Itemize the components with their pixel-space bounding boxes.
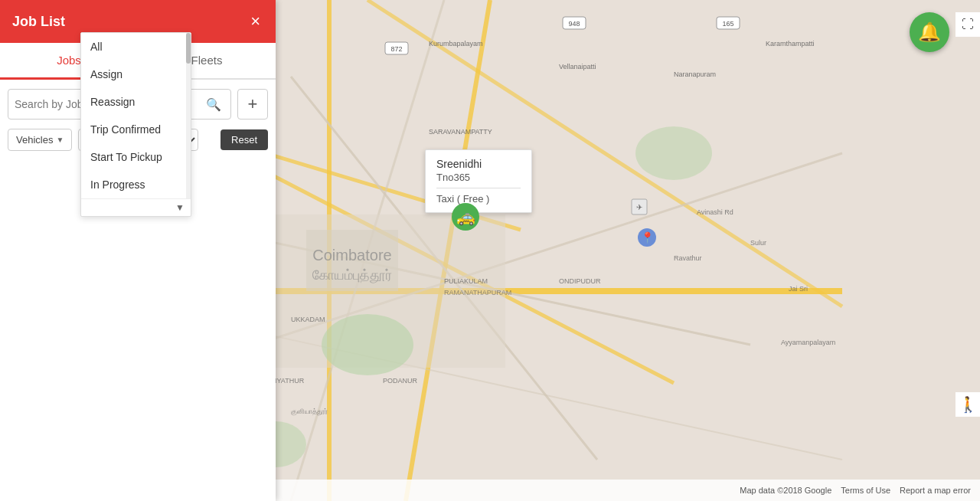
svg-point-16 bbox=[635, 126, 712, 180]
dropdown-bottom: ▼ bbox=[81, 198, 191, 216]
search-button[interactable]: 🔍 bbox=[203, 94, 224, 115]
notification-button[interactable]: 🔔 bbox=[910, 12, 949, 52]
svg-text:PULIAKULAM: PULIAKULAM bbox=[444, 277, 488, 285]
sidebar-title: Job List bbox=[12, 14, 65, 30]
reset-button[interactable]: Reset bbox=[220, 129, 268, 150]
search-icon: 🔍 bbox=[206, 98, 221, 111]
tooltip-divider bbox=[436, 188, 521, 188]
dropdown-item-in-progress[interactable]: In Progress bbox=[81, 171, 191, 198]
svg-text:165: 165 bbox=[722, 20, 733, 28]
dropdown-item-all[interactable]: All bbox=[81, 33, 191, 61]
scrollbar-thumb bbox=[186, 33, 191, 64]
fullscreen-icon: ⛶ bbox=[962, 18, 974, 31]
fullscreen-button[interactable]: ⛶ bbox=[956, 12, 980, 37]
svg-text:Coimbatore: Coimbatore bbox=[312, 247, 391, 264]
scrollbar[interactable] bbox=[186, 33, 191, 198]
map-bottom-bar: Map data ©2018 Google Terms of Use Repor… bbox=[276, 480, 980, 501]
add-icon: + bbox=[248, 94, 258, 114]
taxi-marker: 🚕 bbox=[452, 203, 479, 231]
dropdown-item-start-to-pickup[interactable]: Start To Pickup bbox=[81, 143, 191, 171]
bell-icon: 🔔 bbox=[918, 21, 941, 43]
svg-text:UKKADAM: UKKADAM bbox=[291, 316, 325, 323]
svg-text:Sulur: Sulur bbox=[750, 239, 766, 247]
svg-text:Ravathur: Ravathur bbox=[674, 254, 702, 262]
svg-text:Karamthampatti: Karamthampatti bbox=[766, 40, 815, 47]
add-job-button[interactable]: + bbox=[237, 89, 268, 120]
svg-text:Vellanaipatti: Vellanaipatti bbox=[559, 63, 596, 70]
terms-link[interactable]: Terms of Use bbox=[841, 486, 890, 495]
close-button[interactable]: × bbox=[247, 10, 263, 33]
dropdown-item-assign[interactable]: Assign bbox=[81, 61, 191, 88]
map-data-label: Map data ©2018 Google bbox=[740, 486, 831, 495]
svg-text:குனியாத்தூர்: குனியாத்தூர் bbox=[291, 408, 328, 416]
sidebar: Job List × Jobs Fleets 🔍 + Vehicles ▼ Tr… bbox=[0, 0, 276, 501]
svg-text:கோயம்புத்தூர்: கோயம்புத்தூர் bbox=[312, 267, 392, 283]
svg-text:PODANUR: PODANUR bbox=[383, 377, 418, 385]
dropdown-item-reassign[interactable]: Reassign bbox=[81, 88, 191, 116]
svg-text:RAMANATHAPURAM: RAMANATHAPURAM bbox=[444, 289, 511, 296]
report-link[interactable]: Report a map error bbox=[900, 486, 971, 495]
tooltip-driver-id: Tno365 bbox=[436, 172, 521, 183]
vehicles-filter-button[interactable]: Vehicles ▼ bbox=[8, 129, 72, 151]
expand-arrow-icon[interactable]: ▼ bbox=[175, 202, 185, 213]
svg-text:948: 948 bbox=[568, 20, 580, 28]
map-tooltip: Sreenidhi Tno365 Taxi ( Free ) bbox=[425, 149, 532, 213]
street-view-button[interactable]: 🚶 bbox=[956, 392, 980, 417]
svg-point-14 bbox=[322, 314, 413, 375]
svg-text:Avinashi Rd: Avinashi Rd bbox=[697, 208, 733, 216]
tooltip-status: Taxi ( Free ) bbox=[436, 193, 521, 205]
vehicles-arrow-icon: ▼ bbox=[56, 136, 64, 144]
svg-text:872: 872 bbox=[390, 45, 402, 53]
vehicles-label: Vehicles bbox=[16, 134, 53, 146]
street-view-icon: 🚶 bbox=[959, 395, 978, 414]
svg-text:Jai Sri: Jai Sri bbox=[789, 285, 808, 293]
svg-text:SARAVANAMPATTY: SARAVANAMPATTY bbox=[429, 128, 492, 136]
svg-text:Kurumbapalayam: Kurumbapalayam bbox=[429, 40, 483, 47]
svg-text:✈: ✈ bbox=[636, 203, 642, 211]
dropdown-scroll: All Assign Reassign Trip Confirmed Start… bbox=[81, 33, 191, 198]
svg-text:Naranapuram: Naranapuram bbox=[674, 70, 716, 78]
svg-text:📍: 📍 bbox=[641, 231, 655, 244]
tooltip-driver-name: Sreenidhi bbox=[436, 158, 521, 170]
dropdown-item-trip-confirmed[interactable]: Trip Confirmed bbox=[81, 116, 191, 143]
svg-text:Ayyamanpalayam: Ayyamanpalayam bbox=[781, 339, 835, 346]
taxi-icon: 🚕 bbox=[456, 208, 475, 226]
trip-status-dropdown: All Assign Reassign Trip Confirmed Start… bbox=[80, 32, 191, 217]
svg-text:ONDIPUDUR: ONDIPUDUR bbox=[559, 277, 601, 285]
